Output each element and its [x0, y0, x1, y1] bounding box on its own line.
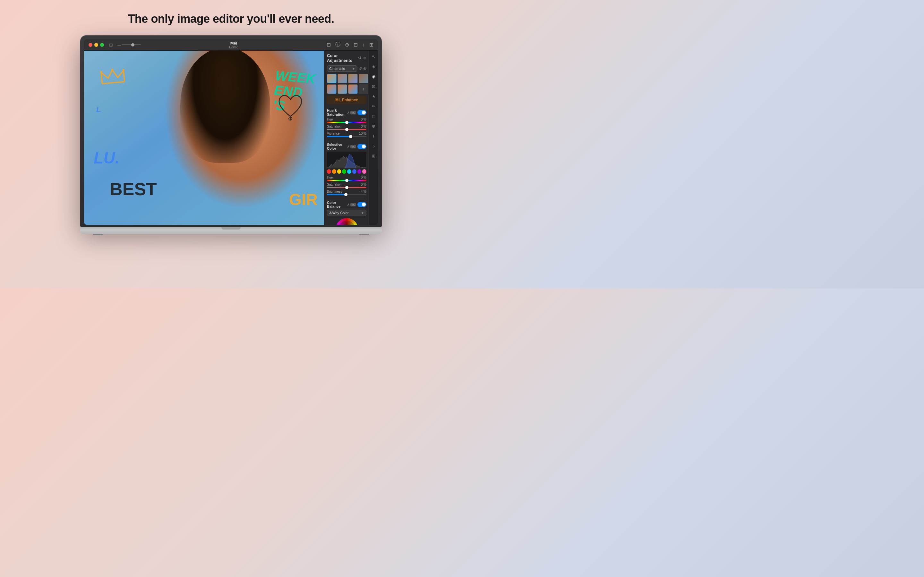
sc-hue-slider-track[interactable]: [327, 180, 367, 181]
hs-reset-icon[interactable]: ↺: [347, 111, 349, 114]
tool-erase[interactable]: ◻: [371, 113, 376, 119]
graffiti-crown: [99, 66, 127, 91]
sc-reset-icon[interactable]: ↺: [347, 145, 349, 148]
filter-thumb-6[interactable]: [338, 84, 347, 94]
color-balance-header: Color Balance ↺ ML: [327, 201, 367, 208]
panel-title-icons: ↺ ⊕: [358, 56, 367, 60]
color-balance-mode-select[interactable]: 3-Way Color ▼: [327, 210, 367, 216]
color-wheel[interactable]: [336, 218, 358, 225]
color-wheel-container: [327, 218, 367, 225]
selective-color-controls: ↺ ML: [347, 144, 367, 149]
color-circle-orange[interactable]: [332, 169, 336, 174]
tool-search[interactable]: ⌕: [372, 143, 376, 149]
cb-ml-badge: ML: [351, 203, 356, 206]
tool-repair[interactable]: ⊕: [371, 123, 376, 129]
color-circle-red[interactable]: [327, 169, 331, 174]
saturation-value: 0 %: [357, 125, 367, 128]
cb-toggle-thumb: [362, 203, 366, 206]
color-balance-controls: ↺ ML: [347, 202, 367, 207]
filter-preset-select[interactable]: Cinematic ▼: [327, 65, 357, 72]
copy-icon[interactable]: ⊡: [354, 42, 358, 48]
saturation-label: Saturation: [327, 125, 342, 128]
color-circle-green[interactable]: [342, 169, 346, 174]
view-icon[interactable]: ⊞: [369, 42, 373, 48]
hue-slider-row: Hue 0 %: [327, 118, 367, 123]
sc-toggle-thumb: [362, 145, 366, 148]
page-headline: The only image editor you'll ever need.: [128, 12, 334, 26]
macbook-screen-bezel: ⊞ — Mei Edited ⊡ ⓘ: [84, 39, 378, 225]
panel-reset-icon[interactable]: ↺: [358, 56, 361, 60]
filter-thumb-1[interactable]: [327, 74, 336, 83]
tool-adjust[interactable]: ◈: [371, 63, 376, 70]
brightness-label-row: Brightness -4 %: [327, 190, 367, 193]
filter-thumb-3[interactable]: [348, 74, 358, 83]
color-circle-cyan[interactable]: [347, 169, 351, 174]
tool-text[interactable]: T: [372, 133, 376, 139]
vibrance-value: 10 %: [357, 132, 367, 135]
macbook-screen-outer: ⊞ — Mei Edited ⊡ ⓘ: [80, 35, 382, 227]
zoom-control[interactable]: —: [118, 43, 141, 47]
tool-color[interactable]: ◉: [371, 73, 376, 80]
zoom-slider-thumb: [131, 43, 134, 47]
filter-options-icon[interactable]: ⊕: [363, 66, 367, 71]
tool-more[interactable]: ⊞: [371, 153, 376, 159]
vibrance-slider-track[interactable]: [327, 136, 367, 137]
panel-content: Color Adjustments ↺ ⊕ Cinematic: [325, 51, 369, 225]
saturation-slider-track[interactable]: [327, 129, 367, 130]
info-icon[interactable]: ⓘ: [335, 41, 341, 48]
sc-saturation-label: Saturation: [327, 183, 342, 186]
hue-slider-thumb: [345, 121, 349, 124]
filter-thumb-2[interactable]: [338, 74, 347, 83]
filter-thumb-add[interactable]: +: [359, 84, 368, 94]
hue-value: 0 %: [357, 118, 367, 121]
cb-toggle[interactable]: [357, 202, 367, 207]
sc-saturation-slider-track[interactable]: [327, 187, 367, 188]
filter-thumb-7[interactable]: [348, 84, 358, 94]
share-icon[interactable]: ⊕: [345, 42, 349, 48]
color-circle-yellow[interactable]: [337, 169, 341, 174]
titlebar-right: ⊡ ⓘ ⊕ ⊡ ↑ ⊞: [326, 41, 373, 48]
color-circle-pink[interactable]: [362, 169, 367, 174]
ml-enhance-button[interactable]: ML Enhance: [327, 96, 367, 104]
sc-hue-value: 0 %: [357, 176, 367, 179]
tool-pointer[interactable]: ↖: [371, 53, 376, 60]
color-circle-blue[interactable]: [352, 169, 357, 174]
graffiti-doodle-l: L: [96, 105, 101, 114]
tool-crop[interactable]: ⊡: [371, 83, 376, 90]
brightness-value: -4 %: [357, 190, 367, 193]
canvas-area[interactable]: WEEKEND'S LU.: [84, 51, 324, 225]
sc-toggle[interactable]: [357, 144, 367, 149]
color-circle-purple[interactable]: [357, 169, 362, 174]
filter-reset-icon[interactable]: ↺: [359, 66, 362, 71]
filter-preset-value: Cinematic: [329, 67, 345, 71]
right-panel: Color Adjustments ↺ ⊕ Cinematic: [324, 51, 378, 225]
traffic-lights: [89, 43, 104, 47]
panel-title-bar: Color Adjustments ↺ ⊕: [327, 53, 367, 63]
sidebar-toggle-icon[interactable]: ⊞: [109, 42, 113, 47]
filter-grid: +: [327, 74, 367, 94]
hs-toggle-thumb: [362, 111, 366, 114]
close-button[interactable]: [89, 43, 92, 47]
selective-color-header: Selective Color ↺ ML: [327, 143, 367, 150]
filter-thumb-5[interactable]: [327, 84, 336, 94]
crop-icon[interactable]: ⊡: [326, 42, 331, 48]
sc-hue-slider-thumb: [345, 179, 349, 182]
tool-star[interactable]: ★: [371, 93, 376, 100]
zoom-slider[interactable]: [121, 44, 141, 45]
macbook-base: [80, 227, 382, 234]
sc-saturation-slider-thumb: [345, 186, 349, 189]
export-icon[interactable]: ↑: [362, 42, 365, 48]
graffiti-best: BEST: [110, 179, 157, 199]
hs-toggle[interactable]: [357, 110, 367, 115]
panel-options-icon[interactable]: ⊕: [363, 56, 367, 60]
brightness-slider-track[interactable]: [327, 194, 367, 195]
maximize-button[interactable]: [100, 43, 104, 47]
cb-reset-icon[interactable]: ↺: [347, 203, 349, 206]
hue-slider-track[interactable]: [327, 122, 367, 123]
minimize-button[interactable]: [94, 43, 98, 47]
graffiti-lu: LU.: [94, 149, 120, 167]
tool-brush[interactable]: ✏: [371, 103, 376, 110]
svg-line-0: [102, 82, 124, 84]
sc-hue-slider-row: Hue 0 %: [327, 176, 367, 181]
filter-thumb-4[interactable]: [359, 74, 368, 83]
